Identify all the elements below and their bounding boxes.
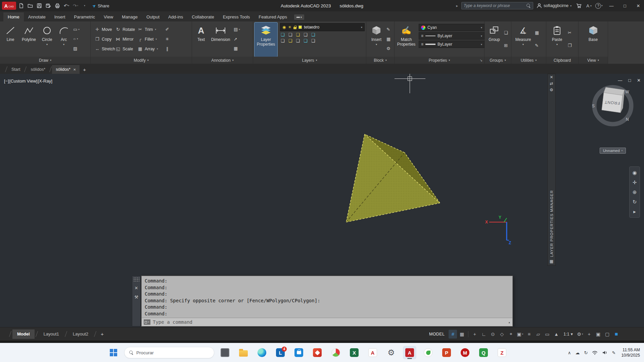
tab-layout2[interactable]: Layout2 — [68, 329, 93, 339]
arc-button[interactable]: Arc ▾ — [56, 22, 72, 57]
tab-layout1[interactable]: Layout1 — [39, 329, 64, 339]
plot-button[interactable] — [53, 2, 61, 10]
rectangle-button[interactable]: ▭▾ — [73, 26, 80, 33]
dimension-style-button[interactable]: ▤▾ — [233, 26, 241, 33]
autodesk-app-menu[interactable]: A ▾ — [586, 3, 592, 8]
layer-isolate-button[interactable]: ❏ — [288, 32, 292, 37]
drag-grip-icon[interactable] — [133, 277, 139, 281]
close-button[interactable]: ✕ — [633, 0, 643, 11]
taskbar-clock[interactable]: 11:55 AM 10/9/2025 — [620, 347, 640, 358]
layer-properties-palette[interactable]: ✕ ⇄ ⚙ LAYER PROPERTIES MANAGER ▦ — [547, 74, 556, 266]
command-close-icon[interactable]: ✕ — [135, 286, 138, 291]
file-tab-solidos-1[interactable]: sólidos* — [27, 65, 49, 74]
zoom-icon[interactable]: ⊕ — [633, 190, 637, 195]
utilities-panel-label[interactable]: Utilities ▾ — [511, 57, 546, 64]
hatch-button[interactable]: ▨ — [73, 45, 80, 52]
help-button[interactable]: ? ▾ — [595, 2, 603, 10]
taskbar-autocad-button[interactable]: A — [403, 346, 416, 359]
undo-button[interactable]: ↶ ▾ — [62, 2, 71, 10]
new-layout-button[interactable]: + — [97, 331, 107, 337]
compass-north-label[interactable]: N — [626, 117, 629, 122]
base-button[interactable]: Base — [583, 22, 603, 57]
layer-freeze-icon[interactable]: ☀ — [288, 25, 291, 30]
viewcube[interactable]: S W N FRONT Unnamed ▾ — [588, 84, 638, 154]
block-panel-label[interactable]: Block ▾ — [366, 57, 394, 64]
layer-lock-icon[interactable] — [293, 27, 296, 29]
tray-cloud-icon[interactable]: ☁ — [576, 351, 580, 355]
tab-featured-apps[interactable]: Featured Apps — [254, 12, 291, 21]
line-button[interactable]: Line — [1, 22, 19, 57]
leader-button[interactable]: ➚ — [233, 36, 241, 42]
mirror-button[interactable]: ⋈Mirror — [116, 37, 138, 42]
modify-panel-label[interactable]: Modify ▾ — [91, 57, 192, 64]
navigation-bar[interactable]: ◉ ✛ ⊕ ↻ ▸ — [629, 166, 640, 218]
match-properties-button[interactable]: ✍ Match Properties — [396, 22, 417, 57]
id-point-button[interactable]: ✎ — [534, 42, 540, 49]
taskbar-store-button[interactable] — [292, 346, 306, 359]
graphics-performance-button[interactable]: ▢ — [603, 330, 611, 339]
object-color-dropdown[interactable]: Cyan ▾ — [419, 24, 485, 31]
tab-insert[interactable]: Insert — [50, 12, 70, 21]
draw-panel-label[interactable]: Draw ▾ — [0, 57, 90, 64]
show-motion-icon[interactable]: ▸ — [633, 209, 636, 214]
viewport-view-control[interactable]: [Custom View] — [9, 79, 38, 84]
tab-model[interactable]: Model — [12, 329, 35, 339]
save-as-button[interactable] — [44, 2, 52, 10]
isometric-drafting-toggle[interactable]: ◇ — [498, 330, 506, 339]
isolate-objects-button[interactable]: ▣ — [594, 330, 602, 339]
quick-calculator-button[interactable]: ▦ — [534, 29, 540, 36]
compass-west-label[interactable]: W — [625, 90, 629, 94]
properties-panel-label[interactable]: Properties ▾ ↘ — [395, 57, 484, 64]
copy-clip-button[interactable]: ❐ — [567, 42, 572, 49]
viewcube-graphic[interactable]: S W N FRONT — [588, 84, 638, 127]
layer-properties-button[interactable]: Layer Properties — [255, 22, 277, 57]
new-file-button[interactable] — [17, 2, 25, 10]
palette-layers-icon[interactable]: ▦ — [550, 259, 553, 263]
autocad-logo[interactable]: A CAD — [2, 2, 16, 10]
snap-mode-toggle[interactable]: ▦ — [458, 330, 466, 339]
taskbar-mcafee-button[interactable]: M — [458, 346, 472, 359]
viewport-minimize-control[interactable]: [−] — [4, 79, 9, 84]
taskbar-excel-button[interactable]: X — [348, 346, 361, 359]
taskbar-autocad-doc-button[interactable]: A — [366, 346, 379, 359]
file-tab-solidos-2[interactable]: sólidos* ✕ — [52, 65, 80, 74]
viewcube-ucs-menu[interactable]: Unnamed ▾ — [600, 148, 626, 154]
block-editor-button[interactable]: ▦ — [386, 36, 391, 42]
taskbar-settings-button[interactable]: ⚙ — [384, 346, 398, 359]
polyline-button[interactable]: Polyline — [19, 22, 38, 57]
tray-chevron-up-icon[interactable]: ∧ — [568, 351, 571, 355]
scale-button[interactable]: ◱Scale — [116, 46, 138, 51]
offset-button[interactable]: ∥ — [164, 46, 171, 51]
taskbar-search-input[interactable] — [136, 350, 209, 355]
measure-button[interactable]: ∡ Measure ▾ — [513, 22, 534, 57]
layer-dropdown[interactable]: ◉ ☀ tetaedro ▾ — [280, 23, 365, 31]
tab-view[interactable]: View — [99, 12, 118, 21]
polar-tracking-toggle[interactable]: ⊙ — [489, 330, 497, 339]
tray-pen-icon[interactable]: ✎ — [612, 351, 615, 355]
start-button[interactable] — [107, 346, 120, 359]
taskbar-red-app-button[interactable] — [311, 346, 324, 359]
model-space-button[interactable]: MODEL — [426, 332, 448, 337]
move-button[interactable]: ✛Move — [95, 27, 116, 32]
tab-annotate[interactable]: Annotate — [24, 12, 50, 21]
taskbar-search-box[interactable] — [124, 347, 214, 358]
navigation-wheel-icon[interactable]: ◉ — [632, 170, 637, 175]
wifi-icon[interactable] — [592, 351, 598, 355]
annotation-visibility-toggle[interactable]: ▲ — [552, 330, 560, 339]
explode-button[interactable]: ✳ — [164, 37, 171, 42]
ungroup-button[interactable]: ❏ — [503, 29, 509, 36]
transparency-toggle[interactable]: ▱ — [534, 330, 542, 339]
lineweight-dropdown[interactable]: ≡ ByLayer ▾ — [419, 41, 485, 48]
layer-color-swatch[interactable] — [298, 25, 302, 29]
share-button[interactable]: ➤ Share — [92, 3, 109, 8]
layer-current-button[interactable]: ❏ — [304, 38, 308, 43]
palette-properties-icon[interactable]: ⚙ — [550, 88, 553, 92]
pan-icon[interactable]: ✛ — [633, 180, 637, 185]
define-attribute-button[interactable]: ⚙ — [386, 45, 391, 52]
tab-parametric[interactable]: Parametric — [70, 12, 99, 21]
object-snap-toggle[interactable]: ▣▾ — [516, 330, 524, 339]
taskbar-app-l-button[interactable]: L 4 — [274, 346, 287, 359]
tray-sync-icon[interactable]: ↻ — [584, 351, 588, 355]
file-tab-start[interactable]: Start — [8, 65, 24, 74]
taskbar-task-view-button[interactable] — [218, 346, 232, 359]
